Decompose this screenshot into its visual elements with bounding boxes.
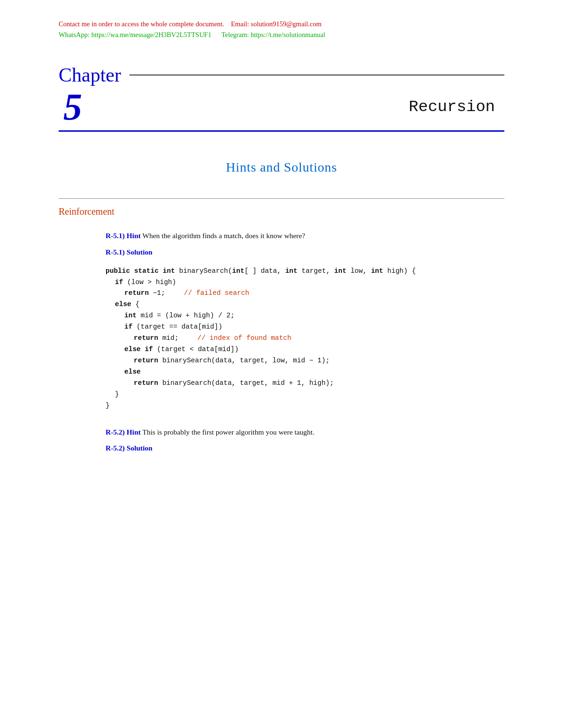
hints-solutions-title: Hints and Solutions (59, 160, 504, 175)
code-else-if: else if (target < data[mid]) (124, 344, 239, 355)
r51-hint-label: R-5.1) Hint (106, 232, 141, 240)
code-return-mid: return mid; (134, 333, 179, 344)
code-else: else { (115, 299, 139, 310)
code-signature-kw: public static int binarySearch(int[ ] da… (106, 266, 416, 277)
chapter-top-row: Chapter (59, 64, 504, 86)
chapter-title: Recursion (409, 98, 495, 116)
r52-hint: R-5.2) Hint This is probably the first p… (106, 427, 495, 437)
contact-header: Contact me in order to access the whole … (59, 19, 504, 40)
code-comment-failed: // failed search (184, 288, 249, 299)
chapter-number-row: 5 Recursion (59, 88, 504, 126)
contact-line2: WhatsApp: https://wa.me/message/2H3BV2L5… (59, 30, 504, 40)
code-block: public static int binarySearch(int[ ] da… (106, 266, 495, 412)
code-line-close2: } (106, 400, 495, 412)
code-line-return-neg1: return −1; // failed search (106, 288, 495, 299)
r51-solution-label: R-5.1) Solution (106, 248, 495, 256)
problem-area: R-5.1) Hint When the algorithm finds a m… (106, 230, 495, 452)
whatsapp-url: https://wa.me/message/2H3BV2L5TTSUF1 (91, 31, 212, 38)
code-else2: else (124, 367, 141, 378)
code-line-return-mid: return mid; // index of found match (106, 333, 495, 344)
code-line-if-target: if (target == data[mid]) (106, 322, 495, 333)
reinforcement-title: Reinforcement (59, 206, 504, 217)
code-if-target: if (target == data[mid]) (124, 322, 222, 333)
page: Contact me in order to access the whole … (59, 0, 504, 490)
r52-solution-label: R-5.2) Solution (106, 444, 495, 452)
code-int-mid: int mid = (low + high) / 2; (124, 310, 235, 322)
code-line-return-bs1: return binarySearch(data, target, low, m… (106, 355, 495, 367)
section-divider (59, 198, 504, 199)
code-return-bs1: return binarySearch(data, target, low, m… (134, 355, 330, 367)
code-line-close1: } (106, 389, 495, 400)
code-line-signature: public static int binarySearch(int[ ] da… (106, 266, 495, 277)
code-return-bs2: return binarySearch(data, target, mid + … (134, 378, 334, 389)
r52-hint-text: This is probably the first power algorit… (143, 428, 315, 436)
email-label: Email: (231, 20, 249, 28)
code-close2: } (106, 400, 110, 412)
chapter-top-rule (129, 75, 504, 75)
email-address: solution9159@gmail.com (251, 20, 322, 28)
r51-hint: R-5.1) Hint When the algorithm finds a m… (106, 230, 495, 241)
code-line-else2: else (106, 367, 495, 378)
code-close1: } (115, 389, 119, 400)
telegram-label: Telegram: (221, 31, 249, 38)
contact-line1: Contact me in order to access the whole … (59, 19, 504, 30)
code-line-return-bs2: return binarySearch(data, target, mid + … (106, 378, 495, 389)
contact-text: Contact me in order to access the whole … (59, 20, 224, 28)
code-if-low: if (low > high) (115, 277, 176, 288)
chapter-number: 5 (63, 88, 82, 126)
code-line-int-mid: int mid = (low + high) / 2; (106, 310, 495, 322)
telegram-url: https://t.me/solutionmanual (251, 31, 325, 38)
r51-hint-text: When the algorithm finds a match, does i… (143, 232, 305, 240)
chapter-bottom-rule (59, 130, 504, 132)
r52-hint-label: R-5.2) Hint (106, 428, 141, 436)
code-line-else-if: else if (target < data[mid]) (106, 344, 495, 355)
code-return-neg1: return −1; (124, 288, 165, 299)
chapter-word: Chapter (59, 64, 121, 86)
chapter-header: Chapter 5 Recursion (59, 64, 504, 132)
code-line-if-low: if (low > high) (106, 277, 495, 288)
code-comment-found: // index of found match (198, 333, 291, 344)
whatsapp-label: WhatsApp: (59, 31, 90, 38)
code-line-else: else { (106, 299, 495, 310)
